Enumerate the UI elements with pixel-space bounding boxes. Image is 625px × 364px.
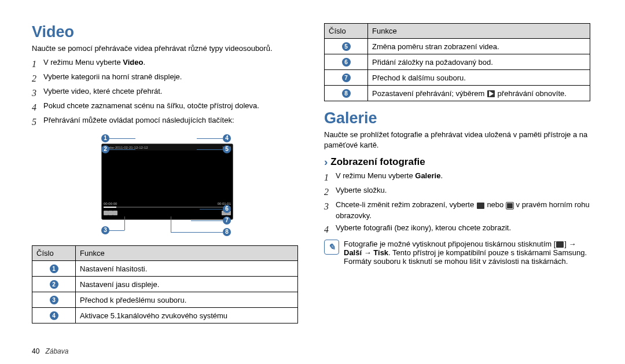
intro-galerie: Naučte se prohlížet fotografie a přehráv… [324, 130, 590, 150]
step-number: 4 [32, 101, 40, 114]
step-number: 4 [324, 223, 332, 236]
step-text: V režimu Menu vyberte Galerie. [336, 171, 443, 184]
tile-icon [506, 203, 513, 209]
step-text: Přehrávání můžete ovládat pomocí následu… [43, 115, 234, 128]
table-row: 6 Přidání záložky na požadovaný bod. [325, 54, 590, 70]
callout-1: 1 [101, 134, 109, 142]
row-desc: Nastavení hlasitosti. [76, 261, 298, 277]
note-text: Fotografie je možné vytisknout připojeno… [344, 240, 590, 266]
step-text: Vyberte kategorii na horní straně disple… [43, 72, 182, 85]
next-icon [113, 211, 117, 215]
row-desc: Aktivace 5.1kanálového zvukového systému [76, 308, 298, 323]
step-number: 3 [324, 200, 332, 222]
step-text: Pokud chcete zaznamenat scénu na šířku, … [43, 101, 259, 114]
table-row: 5 Změna poměru stran zobrazení videa. [325, 39, 590, 54]
steps-galerie: 1 V režimu Menu vyberte Galerie. 2 Vyber… [324, 171, 590, 236]
functions-table-left: Číslo Funkce 1 Nastavení hlasitosti. 2 N… [32, 245, 298, 323]
callout-4: 4 [223, 134, 231, 142]
step-text: Vyberte video, které chcete přehrát. [43, 86, 162, 100]
intro-video: Naučte se pomocí přehrávače videa přehrá… [32, 43, 298, 54]
menu-icon [556, 241, 564, 248]
seek-bar [104, 207, 231, 208]
col-number: Číslo [32, 246, 76, 261]
note-block: ✎ Fotografie je možné vytisknout připoje… [324, 240, 590, 266]
subheading-zobrazeni: › Zobrazení fotografie [324, 156, 590, 168]
step-number: 1 [32, 57, 40, 71]
row-badge: 8 [342, 89, 351, 98]
table-row: 3 Přechod k předešlému souboru. [32, 292, 298, 308]
callout-8: 8 [223, 228, 231, 236]
steps-video: 1 V režimu Menu vyberte Video. 2 Vyberte… [32, 57, 298, 129]
step-number: 1 [324, 171, 332, 184]
left-column: Video Naučte se pomocí přehrávače videa … [32, 23, 298, 323]
row-desc: Pozastavení přehrávání; výběrem přehrává… [368, 86, 590, 101]
grid-icon [477, 203, 484, 209]
col-function: Funkce [76, 246, 298, 261]
play-icon [487, 90, 495, 97]
row-badge: 7 [342, 73, 351, 82]
col-function: Funkce [368, 24, 590, 39]
functions-table-right: Číslo Funkce 5 Změna poměru stran zobraz… [324, 23, 590, 101]
row-badge: 4 [50, 311, 58, 320]
table-row: 1 Nastavení hlasitosti. [32, 261, 298, 277]
table-row: 2 Nastavení jasu displeje. [32, 277, 298, 292]
prev-icon [104, 211, 108, 215]
row-badge: 3 [50, 296, 58, 304]
pause-icon [108, 211, 113, 215]
video-player-figure: Awake-2011-02-21-12-12-12 11:40 00:00:00… [84, 135, 246, 234]
row-badge: 2 [50, 280, 58, 289]
row-desc: Nastavení jasu displeje. [76, 277, 298, 292]
table-row: 4 Aktivace 5.1kanálového zvukového systé… [32, 308, 298, 323]
callout-7: 7 [223, 216, 231, 225]
table-row: 8 Pozastavení přehrávání; výběrem přehrá… [325, 86, 590, 101]
step-number: 5 [32, 115, 40, 128]
row-desc: Přechod k předešlému souboru. [76, 292, 298, 308]
step-text: Vyberte fotografii (bez ikony), kterou c… [336, 223, 511, 236]
heading-video: Video [32, 23, 298, 41]
step-number: 2 [324, 185, 332, 198]
step-text: Vyberte složku. [336, 185, 387, 198]
row-desc: Přechod k dalšímu souboru. [368, 70, 590, 86]
row-badge: 5 [342, 42, 351, 51]
table-row: 7 Přechod k dalšímu souboru. [325, 70, 590, 86]
chevron-right-icon: › [324, 156, 328, 168]
step-text: Chcete-li změnit režim zobrazení, vybert… [336, 200, 590, 222]
row-badge: 1 [50, 264, 58, 273]
row-badge: 6 [342, 58, 351, 67]
page-body: Video Naučte se pomocí přehrávače videa … [0, 0, 625, 332]
step-number: 3 [32, 86, 40, 100]
row-desc: Přidání záložky na požadovaný bod. [368, 54, 590, 70]
info-icon: ✎ [324, 240, 339, 255]
row-desc: Změna poměru stran zobrazení videa. [368, 39, 590, 54]
callout-3: 3 [101, 226, 109, 234]
heading-galerie: Galerie [324, 109, 590, 127]
right-column: Číslo Funkce 5 Změna poměru stran zobraz… [324, 23, 590, 323]
step-number: 2 [32, 72, 40, 85]
col-number: Číslo [325, 24, 368, 39]
page-footer: 40 Zábava [32, 347, 68, 355]
player-controls: 00:00:00 00:01:01 [104, 202, 231, 217]
step-text: V režimu Menu vyberte Video. [43, 57, 145, 71]
